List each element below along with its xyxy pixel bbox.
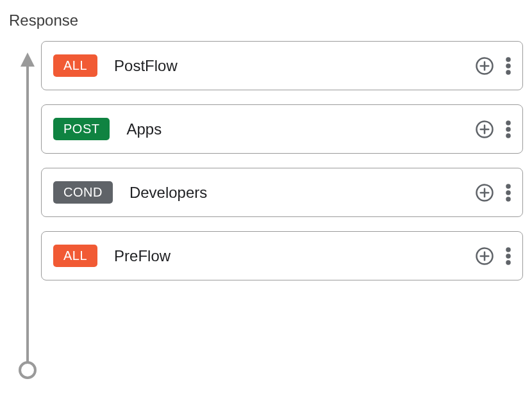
svg-point-18 bbox=[506, 184, 511, 189]
more-vertical-icon bbox=[506, 120, 511, 139]
method-badge: POST bbox=[53, 118, 110, 140]
plus-circle-icon bbox=[475, 247, 494, 266]
plus-circle-icon bbox=[475, 56, 494, 76]
add-step-button[interactable] bbox=[475, 120, 494, 139]
flow-item-apps[interactable]: POST Apps bbox=[41, 104, 523, 154]
flow-item-postflow[interactable]: ALL PostFlow bbox=[41, 41, 523, 90]
flow-list: ALL PostFlow bbox=[41, 41, 523, 280]
response-section: Response ALL PostFlow bbox=[0, 0, 532, 287]
method-badge: COND bbox=[53, 181, 113, 204]
plus-circle-icon bbox=[475, 120, 494, 139]
svg-point-8 bbox=[506, 70, 511, 75]
arrow-up-icon bbox=[18, 53, 37, 379]
more-vertical-icon bbox=[506, 56, 511, 76]
more-options-button[interactable] bbox=[506, 56, 511, 76]
svg-marker-1 bbox=[21, 53, 35, 67]
flow-direction-arrow bbox=[9, 41, 41, 280]
flow-name: Apps bbox=[126, 120, 475, 138]
method-badge: ALL bbox=[53, 54, 97, 77]
flow-actions bbox=[475, 56, 511, 76]
flow-actions bbox=[475, 247, 511, 266]
section-body: ALL PostFlow bbox=[9, 41, 523, 280]
more-options-button[interactable] bbox=[506, 247, 511, 266]
svg-point-24 bbox=[506, 247, 511, 252]
plus-circle-icon bbox=[475, 183, 494, 202]
svg-point-6 bbox=[506, 57, 511, 62]
svg-point-14 bbox=[506, 133, 511, 138]
svg-point-12 bbox=[506, 120, 511, 126]
flow-item-developers[interactable]: COND Developers bbox=[41, 168, 523, 217]
add-step-button[interactable] bbox=[475, 247, 494, 266]
add-step-button[interactable] bbox=[475, 56, 494, 76]
svg-point-7 bbox=[506, 63, 511, 69]
svg-point-20 bbox=[506, 197, 511, 202]
flow-actions bbox=[475, 120, 511, 139]
flow-actions bbox=[475, 183, 511, 202]
svg-point-2 bbox=[20, 362, 35, 378]
svg-point-25 bbox=[506, 254, 511, 259]
more-vertical-icon bbox=[506, 247, 511, 266]
more-options-button[interactable] bbox=[506, 183, 511, 202]
flow-name: PostFlow bbox=[114, 57, 475, 75]
svg-point-19 bbox=[506, 190, 511, 195]
flow-item-preflow[interactable]: ALL PreFlow bbox=[41, 231, 523, 280]
flow-name: PreFlow bbox=[114, 247, 475, 265]
section-title: Response bbox=[9, 12, 523, 29]
flow-name: Developers bbox=[129, 184, 475, 202]
method-badge: ALL bbox=[53, 245, 97, 267]
add-step-button[interactable] bbox=[475, 183, 494, 202]
svg-point-26 bbox=[506, 260, 511, 265]
svg-point-13 bbox=[506, 127, 511, 132]
more-options-button[interactable] bbox=[506, 120, 511, 139]
more-vertical-icon bbox=[506, 183, 511, 202]
